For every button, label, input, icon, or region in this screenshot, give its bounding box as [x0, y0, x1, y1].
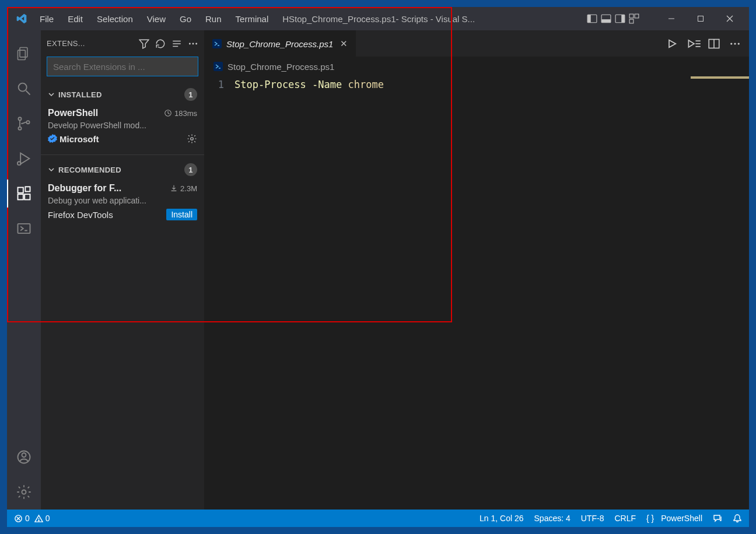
- status-encoding[interactable]: UTF-8: [581, 514, 604, 523]
- activity-bar: [7, 30, 41, 510]
- status-warnings[interactable]: 0: [34, 514, 50, 523]
- clear-icon[interactable]: [172, 38, 182, 49]
- filter-icon[interactable]: [139, 38, 149, 49]
- close-icon[interactable]: ✕: [340, 38, 348, 49]
- svg-rect-8: [629, 19, 634, 23]
- refresh-icon[interactable]: [155, 38, 166, 49]
- extension-debugger-firefox[interactable]: Debugger for F... 2.3M Debug your web ap…: [44, 180, 201, 226]
- status-eol[interactable]: CRLF: [614, 514, 636, 523]
- svg-point-54: [38, 520, 39, 521]
- svg-point-19: [26, 121, 29, 124]
- status-ln-col[interactable]: Ln 1, Col 26: [480, 514, 524, 523]
- editor-tab[interactable]: Stop_Chrome_Process.ps1 ✕: [204, 30, 356, 57]
- close-button[interactable]: [715, 7, 744, 30]
- activity-explorer-icon[interactable]: [7, 36, 41, 71]
- split-editor-icon[interactable]: [708, 38, 720, 50]
- code-area[interactable]: 1 Stop-Process -Name chrome: [204, 76, 749, 93]
- svg-point-47: [734, 43, 736, 44]
- menu-terminal[interactable]: Terminal: [230, 12, 275, 26]
- extension-powershell[interactable]: PowerShell 183ms Develop PowerShell mod.…: [44, 104, 201, 150]
- vscode-logo-icon: [15, 12, 28, 25]
- manage-gear-icon[interactable]: [187, 134, 197, 144]
- window-title-file: HStop_Chrome_Process.ps1: [282, 14, 396, 24]
- svg-point-34: [192, 43, 194, 44]
- menu-file[interactable]: File: [34, 12, 60, 26]
- breadcrumb[interactable]: Stop_Chrome_Process.ps1: [204, 57, 749, 76]
- status-spaces[interactable]: Spaces: 4: [534, 514, 570, 523]
- extension-timing: 183ms: [174, 109, 197, 118]
- menu-edit[interactable]: Edit: [62, 12, 89, 26]
- more-icon[interactable]: [729, 38, 741, 50]
- svg-point-46: [730, 43, 732, 44]
- code-line: Stop-Process -Name chrome: [235, 79, 384, 90]
- activity-source-control-icon[interactable]: [7, 106, 41, 141]
- search-input[interactable]: [47, 57, 198, 76]
- more-icon[interactable]: [188, 38, 198, 49]
- title-bar: File Edit Selection View Go Run Terminal…: [7, 7, 749, 30]
- svg-rect-1: [587, 15, 591, 23]
- activity-extensions-icon[interactable]: [7, 176, 41, 211]
- recommended-count-badge: 1: [184, 163, 197, 176]
- sidebar-extensions: EXTENS... INSTALLED 1: [41, 30, 204, 510]
- svg-point-17: [18, 117, 21, 120]
- extension-downloads: 2.3M: [180, 184, 197, 193]
- section-recommended-label: RECOMMENDED: [58, 166, 121, 174]
- status-bar: 0 0 Ln 1, Col 26 Spaces: 4 UTF-8 CRLF { …: [7, 510, 749, 527]
- extension-name: PowerShell: [48, 108, 98, 118]
- svg-rect-7: [635, 14, 639, 18]
- extension-publisher: Microsoft: [60, 134, 99, 144]
- svg-rect-14: [18, 50, 26, 59]
- layout-icons: [587, 13, 639, 24]
- svg-marker-39: [669, 40, 676, 47]
- toggle-primary-sidebar-icon[interactable]: [587, 13, 597, 24]
- status-bell-icon[interactable]: [733, 514, 742, 523]
- toggle-panel-icon[interactable]: [601, 13, 611, 24]
- toggle-secondary-sidebar-icon[interactable]: [615, 13, 625, 24]
- svg-marker-20: [20, 153, 29, 164]
- activity-settings-gear-icon[interactable]: [7, 475, 41, 510]
- extension-name: Debugger for F...: [48, 183, 121, 194]
- run-selection-icon[interactable]: [687, 38, 699, 50]
- svg-rect-13: [20, 48, 27, 57]
- status-feedback-icon[interactable]: [713, 514, 722, 523]
- menu-view[interactable]: View: [141, 12, 172, 26]
- svg-point-29: [22, 490, 26, 494]
- section-recommended-header[interactable]: RECOMMENDED 1: [44, 160, 201, 180]
- activity-accounts-icon[interactable]: [7, 440, 41, 475]
- install-button[interactable]: Install: [166, 209, 197, 220]
- activity-run-debug-icon[interactable]: [7, 141, 41, 176]
- svg-rect-10: [698, 16, 704, 22]
- svg-rect-22: [18, 188, 23, 193]
- activity-powershell-icon[interactable]: [7, 211, 41, 246]
- sidebar-header: EXTENS...: [41, 30, 204, 57]
- extension-publisher: Firefox DevTools: [48, 210, 113, 220]
- history-icon: [164, 109, 172, 117]
- status-language[interactable]: { } PowerShell: [646, 514, 702, 523]
- tabs-row: Stop_Chrome_Process.ps1 ✕: [204, 30, 749, 57]
- svg-rect-25: [25, 187, 30, 191]
- run-icon[interactable]: [666, 38, 678, 50]
- minimize-button[interactable]: [657, 7, 686, 30]
- svg-rect-24: [24, 194, 30, 199]
- window-title-suffix: - Scripts - Visual S...: [396, 14, 475, 24]
- menu-go[interactable]: Go: [174, 12, 197, 26]
- download-icon: [170, 184, 178, 192]
- tab-label: Stop_Chrome_Process.ps1: [226, 39, 333, 49]
- menu-selection[interactable]: Selection: [91, 12, 139, 26]
- powershell-file-icon: [212, 39, 222, 48]
- svg-rect-3: [601, 19, 611, 23]
- status-errors[interactable]: 0: [14, 514, 30, 523]
- svg-point-35: [195, 43, 197, 44]
- window-controls: [657, 7, 744, 30]
- activity-search-icon[interactable]: [7, 71, 41, 106]
- section-installed-header[interactable]: INSTALLED 1: [44, 85, 201, 104]
- verified-icon: [48, 134, 57, 143]
- svg-point-18: [18, 127, 21, 130]
- maximize-button[interactable]: [686, 7, 715, 30]
- menu-run[interactable]: Run: [200, 12, 228, 26]
- breadcrumb-file: Stop_Chrome_Process.ps1: [228, 62, 334, 72]
- svg-marker-40: [688, 40, 694, 47]
- editor-area: Stop_Chrome_Process.ps1 ✕ Stop_Chrome_Pr…: [204, 30, 749, 510]
- extension-description: Develop PowerShell mod...: [48, 121, 197, 130]
- customize-layout-icon[interactable]: [629, 13, 639, 24]
